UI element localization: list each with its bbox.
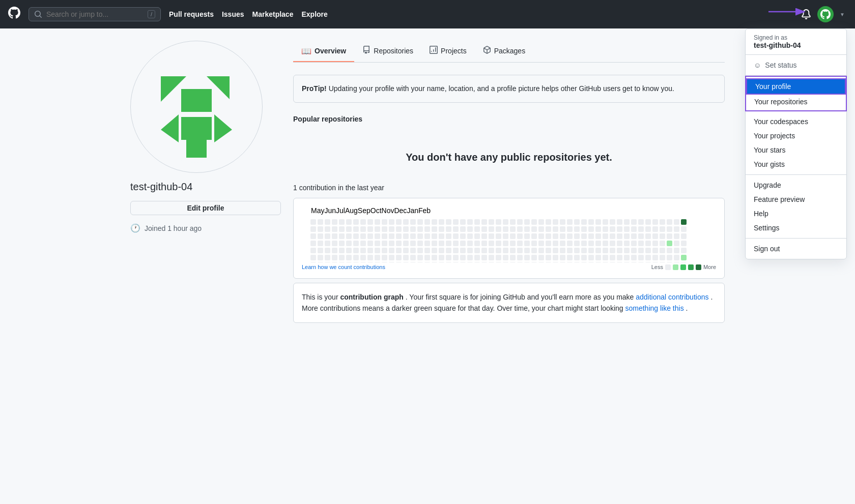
notifications-button[interactable]	[799, 7, 813, 21]
svg-rect-362	[667, 233, 672, 239]
nav-pull-requests[interactable]: Pull requests	[169, 10, 214, 18]
nav-issues[interactable]: Issues	[222, 10, 244, 18]
svg-rect-214	[517, 226, 523, 232]
svg-rect-244	[546, 241, 551, 246]
svg-rect-124	[424, 233, 430, 239]
svg-rect-152	[453, 233, 459, 239]
your-projects-btn[interactable]: Your projects	[746, 129, 846, 143]
svg-rect-44	[339, 262, 345, 262]
legend-less-label: Less	[651, 264, 663, 270]
svg-rect-138	[439, 233, 444, 239]
protip-text: Updating your profile with your name, lo…	[329, 84, 674, 93]
svg-rect-74	[375, 226, 380, 232]
tab-packages[interactable]: Packages	[475, 41, 533, 62]
search-input[interactable]	[46, 10, 144, 18]
avatar-dropdown-btn[interactable]: ▼	[838, 10, 847, 19]
svg-rect-316	[617, 255, 622, 260]
svg-rect-298	[603, 226, 608, 232]
feature-preview-btn[interactable]: Feature preview	[746, 192, 846, 206]
svg-rect-259	[560, 248, 565, 253]
svg-rect-67	[367, 226, 373, 232]
svg-rect-148	[446, 255, 451, 260]
nav-explore[interactable]: Explore	[301, 10, 327, 18]
svg-rect-61	[360, 233, 366, 239]
svg-rect-186	[489, 226, 494, 232]
settings-btn[interactable]: Settings	[746, 221, 846, 235]
tab-projects[interactable]: Projects	[421, 41, 475, 62]
help-btn[interactable]: Help	[746, 206, 846, 221]
something-like-this-link[interactable]: something like this	[625, 304, 683, 312]
your-gists-btn[interactable]: Your gists	[746, 157, 846, 171]
profile-section: Your profile Your repositories	[745, 76, 847, 111]
github-logo[interactable]	[8, 7, 20, 22]
svg-rect-226	[524, 262, 530, 262]
svg-rect-274	[574, 255, 580, 260]
your-repositories-btn[interactable]: Your repositories	[746, 95, 846, 109]
tab-repositories[interactable]: Repositories	[354, 41, 421, 62]
svg-rect-63	[360, 248, 366, 253]
svg-rect-82	[382, 233, 387, 239]
protip-banner: ProTip! Updating your profile with your …	[293, 75, 725, 103]
svg-rect-68	[367, 233, 373, 239]
svg-rect-275	[574, 262, 580, 262]
svg-rect-336	[638, 248, 644, 253]
tab-overview[interactable]: 📖 Overview	[293, 41, 354, 62]
help-label: Help	[754, 210, 768, 218]
tab-overview-label: Overview	[315, 47, 346, 55]
additional-contributions-link[interactable]: additional contributions	[636, 293, 708, 301]
nav-marketplace[interactable]: Marketplace	[252, 10, 294, 18]
svg-rect-32	[332, 226, 337, 232]
set-status-btn[interactable]: ☺ Set status	[746, 58, 846, 72]
svg-rect-117	[417, 233, 423, 239]
svg-rect-19	[318, 233, 323, 239]
edit-avatar-btn[interactable]: ☺	[244, 156, 256, 168]
svg-rect-210	[510, 248, 516, 253]
your-codespaces-btn[interactable]: Your codespaces	[746, 114, 846, 129]
svg-rect-101	[403, 219, 409, 225]
edit-profile-button[interactable]: Edit profile	[130, 201, 281, 215]
svg-rect-158	[460, 226, 466, 232]
svg-rect-135	[432, 262, 437, 262]
your-profile-btn[interactable]: Your profile	[746, 78, 846, 95]
svg-rect-46	[346, 226, 352, 232]
contrib-footer: Learn how we count contributions Less Mo…	[302, 264, 716, 270]
svg-rect-345	[645, 262, 651, 262]
svg-rect-96	[396, 233, 402, 239]
svg-rect-40	[339, 233, 345, 239]
learn-contributions-link[interactable]: Learn how we count contributions	[302, 264, 385, 270]
svg-rect-176	[474, 255, 480, 260]
legend-box-1	[673, 264, 678, 270]
search-box[interactable]: /	[28, 7, 161, 21]
avatar-button[interactable]	[817, 6, 834, 22]
svg-rect-172	[474, 226, 480, 232]
svg-rect-339	[645, 219, 651, 225]
svg-rect-310	[610, 262, 615, 262]
sign-out-btn[interactable]: Sign out	[746, 242, 846, 256]
month-labels: May Jun Jul Aug Sep Oct Nov Dec Jan Feb	[302, 206, 716, 215]
svg-rect-281	[581, 255, 587, 260]
svg-rect-255	[560, 219, 565, 225]
upgrade-btn[interactable]: Upgrade	[746, 178, 846, 192]
svg-rect-341	[645, 233, 651, 239]
svg-rect-350	[652, 248, 658, 253]
tab-packages-label: Packages	[494, 47, 525, 55]
svg-rect-20	[318, 241, 323, 246]
your-stars-btn[interactable]: Your stars	[746, 143, 846, 157]
set-status-label: Set status	[765, 61, 796, 69]
svg-rect-324	[624, 262, 630, 262]
svg-rect-286	[588, 241, 594, 246]
svg-rect-23	[318, 262, 323, 262]
svg-rect-180	[481, 233, 487, 239]
contribution-graph: May Jun Jul Aug Sep Oct Nov Dec Jan Feb …	[293, 198, 725, 279]
svg-rect-196	[496, 248, 501, 253]
svg-rect-370	[674, 241, 679, 246]
svg-rect-312	[617, 226, 622, 232]
svg-rect-139	[439, 241, 444, 246]
contrib-text-intro: This is your	[302, 293, 340, 301]
svg-rect-233	[531, 262, 537, 262]
svg-rect-155	[453, 255, 459, 260]
month-may: May	[311, 206, 324, 215]
svg-rect-242	[546, 226, 551, 232]
legend-box-0	[665, 264, 671, 270]
svg-rect-240	[538, 262, 544, 262]
